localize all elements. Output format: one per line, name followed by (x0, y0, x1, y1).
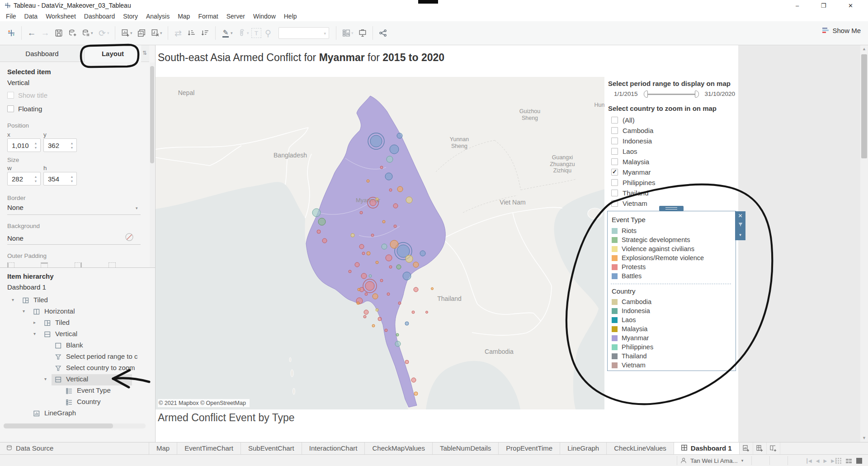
menu-window[interactable]: Window (249, 11, 280, 21)
hierarchy-root[interactable]: Dashboard 1 (7, 283, 46, 291)
show-tabs-icon[interactable] (835, 458, 841, 464)
map-bubble-protests[interactable] (349, 270, 351, 273)
swap-axes-button[interactable]: ⇄ (171, 25, 185, 41)
pause-updates-caret[interactable]: ▾ (91, 31, 95, 35)
map-bubble-protests[interactable] (365, 281, 374, 290)
country-option-myanmar[interactable]: Myanmar (611, 167, 733, 177)
restore-button[interactable]: ❐ (813, 0, 834, 11)
legend-item-riots[interactable]: Riots (612, 226, 729, 235)
scrollbar-thumb[interactable] (861, 54, 867, 158)
map-bubble-explosions[interactable] (373, 294, 378, 299)
map-bubble-protests[interactable] (380, 279, 383, 282)
map-bubble-explosions[interactable] (390, 240, 398, 248)
text-label-button[interactable]: T (251, 28, 261, 38)
country-option-malaysia[interactable]: Malaysia (611, 157, 733, 167)
checkbox[interactable] (611, 138, 618, 144)
show-filmstrip-icon[interactable] (846, 458, 852, 464)
first-sheet-icon[interactable]: ┃◀ (806, 458, 812, 463)
user-menu[interactable]: Tan Wei Li Ama... ▾ (680, 455, 743, 466)
map-bubble-protests[interactable] (378, 317, 382, 321)
map-view[interactable]: NepalBangladeshYunnanShengGuizhouShengGu… (156, 77, 604, 409)
sheet-tab-subeventchart[interactable]: SubEventChart (241, 442, 302, 454)
tree-item-vertical[interactable]: ▾Vertical (0, 329, 149, 340)
map-bubble-riots[interactable] (395, 341, 401, 347)
menu-dashboard[interactable]: Dashboard (80, 11, 119, 21)
map-bubble-battles[interactable] (420, 251, 425, 256)
map-bubble-protests[interactable] (389, 189, 392, 191)
menu-server[interactable]: Server (222, 11, 249, 21)
map-bubble-protests[interactable] (364, 310, 368, 314)
sheet-tab-eventtimechart[interactable]: EventTimeChart (177, 442, 241, 454)
map-bubble-protests[interactable] (394, 225, 396, 228)
duplicate-button[interactable] (135, 25, 148, 41)
map-bubble-explosions[interactable] (358, 288, 360, 291)
pane-horizontal-scrollbar[interactable] (4, 423, 146, 428)
group-members-caret[interactable]: ▾ (247, 31, 251, 35)
sheet-tab-propeventtime[interactable]: PropEventTime (499, 442, 560, 454)
tree-item-select-country-to-zoom[interactable]: Select country to zoom (0, 363, 149, 374)
legend-drag-handle[interactable] (659, 206, 684, 211)
legend-item-battles[interactable]: Battles (612, 271, 729, 281)
chevron-down-icon[interactable]: ▾ (44, 376, 47, 381)
map-bubble-battles[interactable] (385, 173, 392, 180)
legend-item-violence-against-civilians[interactable]: Violence against civilians (612, 244, 729, 253)
undo-button[interactable]: ← (25, 25, 38, 41)
chevron-right-icon[interactable]: ▸ (33, 320, 36, 325)
map-bubble-explosions[interactable] (414, 392, 418, 395)
period-range-slider[interactable]: 1/1/2015 31/10/2020 (611, 90, 736, 99)
pane-vertical-scrollbar[interactable] (150, 62, 155, 267)
close-button[interactable]: ✕ (840, 0, 861, 11)
map-bubble-protests[interactable] (412, 311, 415, 314)
tree-item-vertical[interactable]: ▾Vertical (0, 374, 149, 385)
legend-item-vietnam[interactable]: Vietnam (612, 361, 729, 370)
map-bubble-explosions[interactable] (382, 220, 385, 223)
map-bubble-protests[interactable] (363, 315, 366, 318)
sheet-tab-checkmapvalues[interactable]: CheckMapValues (365, 442, 432, 454)
map-bubble-violence[interactable] (376, 309, 378, 311)
map-bubble-strategic[interactable] (318, 218, 326, 225)
sheet-tab-tablenumdetails[interactable]: TableNumDetails (433, 442, 499, 454)
prev-sheet-icon[interactable]: ◀ (816, 458, 820, 463)
tree-item-event-type[interactable]: Event Type (0, 385, 149, 397)
map-bubble-explosions[interactable] (413, 262, 419, 267)
tree-item-country[interactable]: Country (0, 397, 149, 408)
new-worksheet-tab-button[interactable] (740, 442, 753, 454)
map-bubble-protests[interactable] (371, 234, 374, 237)
sheet-tab-interactionchart[interactable]: InteractionChart (302, 442, 365, 454)
sheet-tab-checklinevalues[interactable]: CheckLineValues (607, 442, 674, 454)
sort-descending-button[interactable] (198, 25, 212, 41)
legend-item-thailand[interactable]: Thailand (612, 352, 729, 361)
map-bubble-protests[interactable] (359, 244, 364, 249)
map-bubble-protests[interactable] (322, 238, 327, 243)
map-bubble-explosions[interactable] (357, 302, 359, 304)
clear-sheet-caret[interactable]: ▾ (160, 31, 165, 35)
tree-item-select-period-range-to-c[interactable]: Select period range to c (0, 352, 149, 363)
map-bubble-riots[interactable] (312, 209, 321, 217)
map-bubble-protests[interactable] (387, 293, 390, 295)
map-bubble-protests[interactable] (389, 266, 392, 268)
menu-file[interactable]: File (2, 11, 20, 21)
new-story-tab-button[interactable] (767, 442, 780, 454)
map-bubble-explosions[interactable] (372, 324, 375, 327)
legend-item-strategic-developments[interactable]: Strategic developments (612, 235, 729, 244)
map-bubble-battles[interactable] (405, 322, 409, 325)
map-bubble-battles[interactable] (403, 272, 411, 280)
share-button[interactable] (376, 25, 390, 41)
map-bubble-violence[interactable] (351, 233, 354, 237)
map-bubble-protests[interactable] (414, 287, 418, 292)
presentation-mode-button[interactable] (356, 25, 369, 41)
menu-worksheet[interactable]: Worksheet (42, 11, 80, 21)
new-worksheet-caret[interactable]: ▾ (130, 31, 135, 35)
checkbox[interactable] (611, 169, 618, 176)
map-bubble-protests[interactable] (370, 200, 376, 206)
map-bubble-protests[interactable] (317, 230, 321, 233)
map-bubble-protests[interactable] (426, 311, 428, 314)
country-option-cambodia[interactable]: Cambodia (611, 125, 733, 136)
menu-story[interactable]: Story (119, 11, 142, 21)
country-option-thailand[interactable]: Thailand (611, 188, 733, 198)
map-bubble-riots[interactable] (387, 156, 393, 162)
checkbox[interactable] (611, 158, 618, 165)
show-cards-caret[interactable]: ▾ (351, 31, 356, 35)
fit-selector[interactable]: ▾ (278, 27, 329, 39)
chevron-down-icon[interactable]: ▾ (12, 297, 14, 302)
